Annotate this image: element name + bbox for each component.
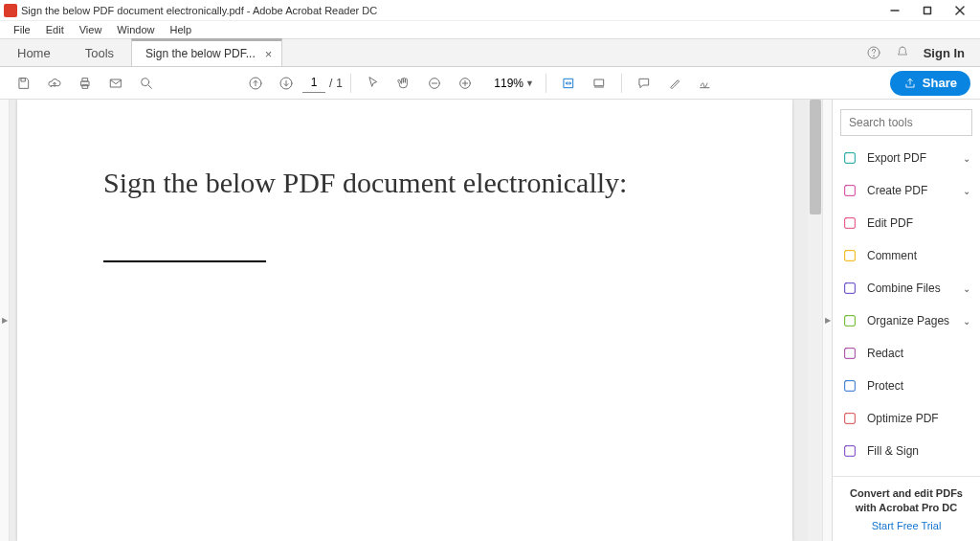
nav-tools[interactable]: Tools: [68, 39, 131, 66]
search-icon[interactable]: [132, 69, 161, 98]
svg-point-5: [873, 56, 874, 56]
share-button[interactable]: Share: [890, 71, 970, 96]
hand-tool-icon[interactable]: [390, 69, 418, 98]
tool-item-edit-pdf[interactable]: Edit PDF: [833, 207, 980, 239]
svg-point-11: [142, 78, 149, 85]
sign-in-link[interactable]: Sign In: [924, 46, 965, 60]
menu-window[interactable]: Window: [109, 22, 162, 37]
tool-label: Create PDF: [867, 184, 953, 197]
menu-help[interactable]: Help: [162, 22, 199, 37]
print-icon[interactable]: [71, 69, 100, 98]
chevron-down-icon: ⌄: [963, 283, 970, 294]
tool-icon: [842, 281, 858, 296]
sign-icon[interactable]: [691, 69, 720, 98]
page-display-icon[interactable]: [585, 69, 613, 98]
tool-item-create-pdf[interactable]: Create PDF⌄: [833, 174, 980, 207]
svg-rect-28: [845, 283, 856, 294]
close-tab-icon[interactable]: ×: [265, 47, 273, 61]
svg-rect-26: [845, 218, 856, 229]
svg-rect-6: [21, 78, 25, 80]
zoom-in-icon[interactable]: [451, 69, 479, 98]
scroll-thumb[interactable]: [810, 100, 821, 214]
maximize-button[interactable]: [911, 1, 944, 20]
chevron-down-icon: ⌄: [963, 186, 970, 196]
tool-icon: [842, 248, 858, 263]
svg-rect-24: [845, 153, 856, 164]
tool-icon: [842, 411, 858, 426]
tool-label: Redact: [867, 347, 970, 360]
tool-item-send-for-review[interactable]: Send for Review: [833, 467, 980, 476]
search-tools-input[interactable]: [840, 109, 972, 136]
document-tab-label: Sign the below PDF...: [145, 47, 256, 60]
tool-icon: [842, 346, 858, 361]
pdf-page: Sign the below PDF document electronical…: [17, 100, 792, 541]
prev-page-icon[interactable]: [241, 69, 270, 98]
tool-item-export-pdf[interactable]: Export PDF⌄: [833, 142, 980, 174]
tool-label: Export PDF: [867, 151, 953, 165]
right-pane-toggle[interactable]: ▶: [822, 100, 832, 541]
tool-label: Edit PDF: [867, 216, 970, 230]
nav-home[interactable]: Home: [0, 39, 68, 66]
tool-item-comment[interactable]: Comment: [833, 239, 980, 272]
mail-icon[interactable]: [101, 69, 130, 98]
zoom-value[interactable]: [485, 77, 523, 90]
share-label: Share: [923, 76, 957, 90]
chevron-down-icon: ⌄: [963, 153, 970, 164]
comment-icon[interactable]: [630, 69, 658, 98]
navbar: Home Tools Sign the below PDF... × Sign …: [0, 38, 980, 67]
tools-panel: Export PDF⌄Create PDF⌄Edit PDFCommentCom…: [832, 100, 980, 541]
menu-file[interactable]: File: [6, 22, 38, 37]
svg-rect-10: [111, 79, 122, 87]
tool-icon: [842, 150, 858, 166]
svg-rect-31: [845, 381, 856, 392]
menu-edit[interactable]: Edit: [38, 22, 72, 37]
tool-icon: [842, 183, 858, 198]
tool-item-combine-files[interactable]: Combine Files⌄: [833, 272, 980, 304]
minimize-button[interactable]: [879, 1, 911, 20]
bell-icon[interactable]: [895, 45, 910, 60]
tool-icon: [842, 443, 858, 459]
workspace: ▶ Sign the below PDF document electronic…: [0, 100, 980, 541]
tool-icon: [842, 215, 858, 231]
zoom-out-icon[interactable]: [420, 69, 449, 98]
document-area[interactable]: Sign the below PDF document electronical…: [10, 100, 822, 541]
signature-line: [103, 260, 266, 262]
svg-line-12: [148, 85, 151, 88]
vertical-scrollbar[interactable]: [808, 100, 822, 541]
highlight-icon[interactable]: [660, 69, 689, 98]
menubar: File Edit View Window Help: [0, 21, 980, 38]
tool-icon: [842, 313, 858, 328]
svg-rect-9: [82, 84, 87, 88]
tool-item-fill-sign[interactable]: Fill & Sign: [833, 435, 980, 467]
svg-rect-33: [845, 446, 856, 457]
document-tab[interactable]: Sign the below PDF... ×: [131, 38, 282, 66]
zoom-dropdown[interactable]: ▼: [481, 77, 538, 90]
tool-item-optimize-pdf[interactable]: Optimize PDF: [833, 402, 980, 435]
page-total: 1: [336, 77, 343, 90]
promo-link[interactable]: Start Free Trial: [840, 520, 972, 531]
app-icon: [4, 4, 17, 17]
select-tool-icon[interactable]: [359, 69, 388, 98]
save-icon[interactable]: [10, 69, 38, 98]
svg-rect-27: [845, 251, 856, 261]
chevron-down-icon: ⌄: [963, 316, 970, 327]
page-input[interactable]: [302, 74, 325, 93]
next-page-icon[interactable]: [272, 69, 301, 98]
tool-label: Combine Files: [867, 282, 953, 295]
left-pane-toggle[interactable]: ▶: [0, 100, 10, 541]
tool-label: Fill & Sign: [867, 444, 970, 458]
cloud-icon[interactable]: [40, 69, 69, 98]
menu-view[interactable]: View: [72, 22, 110, 37]
tool-item-redact[interactable]: Redact: [833, 337, 980, 370]
tool-item-protect[interactable]: Protect: [833, 370, 980, 402]
chevron-down-icon: ▼: [525, 79, 534, 88]
svg-rect-8: [82, 78, 87, 80]
close-button[interactable]: [944, 1, 976, 20]
page-indicator: / 1: [302, 74, 343, 93]
tool-item-organize-pages[interactable]: Organize Pages⌄: [833, 304, 980, 337]
fit-width-icon[interactable]: [554, 69, 583, 98]
tool-label: Optimize PDF: [867, 412, 970, 425]
tool-label: Organize Pages: [867, 314, 953, 327]
svg-rect-29: [845, 316, 856, 327]
help-icon[interactable]: [866, 45, 881, 60]
